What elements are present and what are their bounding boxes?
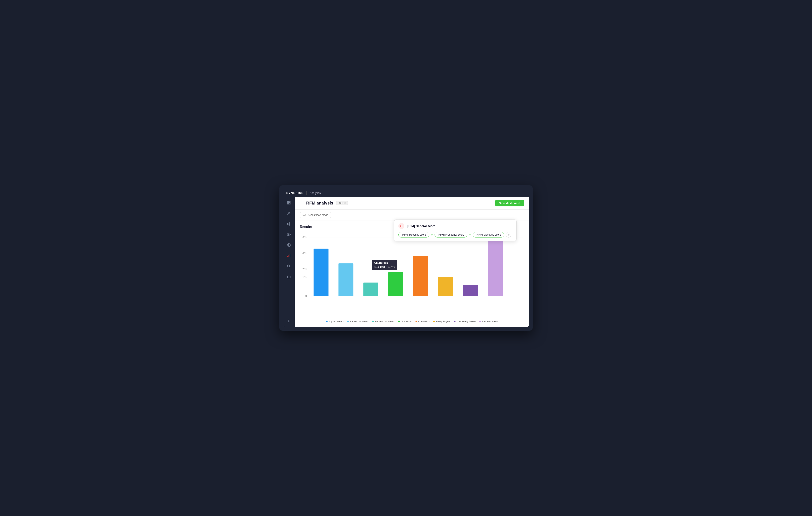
legend-label-top-customers: Top customers xyxy=(328,320,344,323)
score-tag-recency[interactable]: [RFM] Recency score xyxy=(398,232,429,237)
legend-dot-lost-heavy-buyers xyxy=(454,321,456,322)
svg-text:10k: 10k xyxy=(302,275,307,279)
monitor-icon xyxy=(302,213,306,217)
svg-rect-11 xyxy=(289,255,289,257)
sidebar-icon-megaphone[interactable] xyxy=(286,221,292,227)
dropdown-title: [RFM] General score xyxy=(406,224,435,228)
legend-label-hot-new-customers: Hot new customers xyxy=(375,320,395,323)
svg-rect-12 xyxy=(290,254,290,257)
bar-churn-risk[interactable] xyxy=(413,256,428,296)
svg-rect-10 xyxy=(287,256,288,257)
plus-operator-1: + xyxy=(431,233,433,237)
score-tags: [RFM] Recency score + [RFM] Frequency sc… xyxy=(398,232,512,237)
legend-dot-almost-lost xyxy=(398,321,400,322)
toolbar: Presentation mode xyxy=(295,209,529,221)
dropdown-overlay: [RFM] General score [RFM] Recency score … xyxy=(394,220,517,241)
top-bar-divider: | xyxy=(306,191,307,195)
bar-heavy-buyers[interactable] xyxy=(438,277,453,296)
add-tag-button[interactable]: + xyxy=(506,232,511,237)
sidebar-icon-analytics[interactable] xyxy=(286,252,292,259)
sidebar-icon-layout[interactable] xyxy=(286,199,292,206)
presentation-mode-button[interactable]: Presentation mode xyxy=(300,212,331,218)
bar-hot-new-customers[interactable] xyxy=(363,283,378,296)
legend-item-churn-risk: Churn Risk xyxy=(415,320,430,323)
bar-chart: 60k 40k 20k 10k 0 xyxy=(300,232,524,318)
bar-almost-lost[interactable] xyxy=(388,272,403,296)
legend-item-hot-new-customers: Hot new customers xyxy=(372,320,395,323)
legend-item-recent-customers: Recent customers xyxy=(347,320,369,323)
svg-line-20 xyxy=(402,227,403,227)
bar-recent-customers[interactable] xyxy=(339,263,353,296)
dropdown-header: [RFM] General score xyxy=(398,223,512,229)
legend-label-recent-customers: Recent customers xyxy=(350,320,369,323)
legend-label-churn-risk: Churn Risk xyxy=(418,320,430,323)
bar-chart-svg: 60k 40k 20k 10k 0 xyxy=(300,232,524,317)
score-tag-monetary[interactable]: [RFM] Monetary score xyxy=(473,232,504,237)
svg-text:40k: 40k xyxy=(302,252,307,255)
app-frame: SYNERISE | Analytics xyxy=(279,185,533,331)
svg-rect-16 xyxy=(303,214,306,216)
chart-section: Results [RFM] General score xyxy=(295,221,529,327)
main-area: ← RFM analysis PUBLIC Save dashboard Pre… xyxy=(283,197,529,327)
legend-dot-recent-customers xyxy=(347,321,349,322)
bar-top-customers[interactable] xyxy=(314,249,328,296)
svg-point-6 xyxy=(288,233,290,235)
legend-dot-hot-new-customers xyxy=(372,321,374,322)
top-bar: SYNERISE | Analytics xyxy=(283,189,529,197)
sidebar-icon-settings[interactable] xyxy=(286,318,292,324)
svg-rect-2 xyxy=(287,203,288,204)
svg-point-4 xyxy=(288,212,289,213)
svg-text:0: 0 xyxy=(306,294,307,297)
sidebar-icon-user[interactable] xyxy=(286,210,292,217)
save-dashboard-button[interactable]: Save dashboard xyxy=(495,200,524,206)
chart-legend: Top customers Recent customers Hot new c… xyxy=(300,320,524,323)
legend-dot-top-customers xyxy=(326,321,327,322)
score-tag-frequency[interactable]: [RFM] Frequency score xyxy=(435,232,467,237)
svg-point-13 xyxy=(287,265,290,267)
legend-dot-churn-risk xyxy=(415,321,417,322)
legend-label-lost-heavy-buyers: Lost Heavy Buyers xyxy=(457,320,476,323)
rfm-icon xyxy=(398,223,404,229)
logo: SYNERISE xyxy=(286,191,303,195)
legend-item-top-customers: Top customers xyxy=(326,320,344,323)
legend-item-lost-customers: Lost customers xyxy=(480,320,498,323)
svg-point-7 xyxy=(289,234,289,235)
bar-lost-heavy-buyers[interactable] xyxy=(463,285,478,296)
chart-container: [RFM] General score [RFM] Recency score … xyxy=(300,232,524,323)
legend-item-heavy-buyers: Heavy Buyers xyxy=(433,320,451,323)
public-badge: PUBLIC xyxy=(336,201,348,205)
legend-dot-lost-customers xyxy=(480,321,481,322)
content-area: ← RFM analysis PUBLIC Save dashboard Pre… xyxy=(295,197,529,327)
bar-lost-customers[interactable] xyxy=(488,237,503,296)
module-title: Analytics xyxy=(310,191,321,195)
legend-label-heavy-buyers: Heavy Buyers xyxy=(436,320,451,323)
legend-item-lost-heavy-buyers: Lost Heavy Buyers xyxy=(454,320,476,323)
svg-line-14 xyxy=(289,267,290,268)
svg-text:60k: 60k xyxy=(302,236,307,239)
svg-rect-3 xyxy=(289,203,290,204)
page-title: RFM analysis xyxy=(306,201,333,205)
plus-operator-2: + xyxy=(469,233,471,237)
legend-label-lost-customers: Lost customers xyxy=(482,320,498,323)
legend-label-almost-lost: Almost lost xyxy=(401,320,412,323)
presentation-mode-label: Presentation mode xyxy=(307,213,328,217)
svg-rect-1 xyxy=(289,201,290,202)
page-header: ← RFM analysis PUBLIC Save dashboard xyxy=(295,197,529,209)
legend-dot-heavy-buyers xyxy=(433,321,435,322)
svg-marker-9 xyxy=(289,245,290,246)
back-button[interactable]: ← xyxy=(300,201,303,205)
sidebar-icon-play[interactable] xyxy=(286,242,292,249)
svg-rect-0 xyxy=(287,201,288,202)
svg-point-15 xyxy=(288,321,289,322)
legend-item-almost-lost: Almost lost xyxy=(398,320,412,323)
svg-point-19 xyxy=(400,225,402,227)
sidebar-icon-target[interactable] xyxy=(286,231,292,238)
sidebar xyxy=(283,197,295,327)
header-left: ← RFM analysis PUBLIC xyxy=(300,201,348,205)
svg-text:20k: 20k xyxy=(302,267,307,271)
sidebar-icon-folder[interactable] xyxy=(286,274,292,280)
sidebar-icon-search[interactable] xyxy=(286,263,292,269)
